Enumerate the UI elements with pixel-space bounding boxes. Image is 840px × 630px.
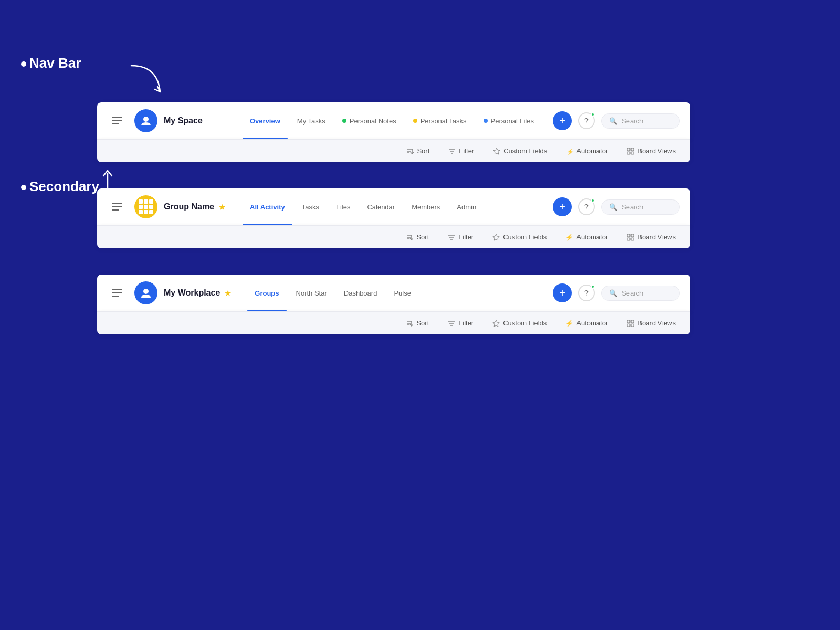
space-title-block-my-space: My Space — [164, 116, 227, 125]
tab-overview[interactable]: Overview — [243, 102, 288, 139]
space-title-block-workplace: My Workplace ★ — [164, 288, 232, 298]
space-title-my-space: My Space — [164, 116, 227, 125]
plus-button-group[interactable]: + — [553, 197, 572, 216]
avatar-my-workplace — [134, 281, 158, 304]
svg-rect-32 — [631, 324, 634, 327]
svg-rect-21 — [631, 238, 634, 240]
navbar-my-space: My Space Overview My Tasks Personal Note… — [97, 102, 690, 162]
svg-rect-10 — [627, 152, 630, 154]
space-title-block-group: Group Name ★ — [164, 202, 227, 212]
search-text-group: Search — [622, 203, 643, 211]
search-bar-group[interactable]: 🔍 Search — [601, 200, 680, 215]
board-views-button-my-space[interactable]: Board Views — [623, 145, 680, 157]
sort-button-group[interactable]: Sort — [402, 231, 433, 243]
annotation-nav-bar: Nav Bar — [21, 55, 81, 71]
help-button-group[interactable]: ? — [578, 198, 595, 215]
nav-right-workplace: + ? 🔍 Search — [553, 284, 680, 302]
filter-button-group[interactable]: Filter — [444, 231, 478, 243]
svg-text:⚡: ⚡ — [566, 148, 573, 155]
sort-button-workplace[interactable]: Sort — [402, 317, 433, 329]
secondary-bar-group: Sort Filter Custom Fields ⚡ Automator — [97, 225, 690, 248]
sort-icon-workplace — [406, 320, 413, 327]
hamburger-menu-workplace[interactable] — [108, 285, 127, 301]
board-views-icon — [627, 148, 634, 155]
tab-my-tasks[interactable]: My Tasks — [290, 102, 333, 139]
filter-button-workplace[interactable]: Filter — [444, 317, 478, 329]
space-title-group: Group Name — [164, 202, 214, 212]
help-button-workplace[interactable]: ? — [578, 285, 595, 301]
svg-rect-11 — [631, 152, 634, 154]
help-dot-my-space — [591, 112, 595, 117]
hamburger-menu-group[interactable] — [108, 199, 127, 215]
star-icon-workplace[interactable]: ★ — [224, 288, 232, 298]
person-icon-workplace — [140, 287, 152, 299]
filter-icon-workplace — [448, 320, 455, 327]
search-icon-group: 🔍 — [609, 203, 617, 211]
automator-button-my-space[interactable]: ⚡ Automator — [562, 145, 612, 157]
star-icon-group[interactable]: ★ — [218, 202, 226, 212]
board-views-button-workplace[interactable]: Board Views — [623, 317, 680, 329]
automator-button-workplace[interactable]: ⚡ Automator — [561, 317, 612, 329]
tab-dashboard[interactable]: Dashboard — [337, 275, 385, 311]
sort-icon-group — [406, 234, 413, 241]
plus-button-my-space[interactable]: + — [553, 111, 572, 130]
navbars-container: My Space Overview My Tasks Personal Note… — [97, 102, 690, 350]
plus-button-workplace[interactable]: + — [553, 284, 572, 302]
tab-groups[interactable]: Groups — [247, 275, 286, 311]
tab-all-activity[interactable]: All Activity — [243, 188, 292, 225]
board-views-button-group[interactable]: Board Views — [623, 231, 680, 243]
tab-north-star[interactable]: North Star — [289, 275, 334, 311]
filter-icon-group — [448, 234, 455, 241]
primary-nav-my-space: My Space Overview My Tasks Personal Note… — [97, 102, 690, 139]
nav-tabs-my-space: Overview My Tasks Personal Notes Persona… — [243, 102, 553, 139]
filter-button-my-space[interactable]: Filter — [444, 145, 478, 157]
person-icon — [140, 115, 152, 127]
space-title-workplace: My Workplace — [164, 288, 220, 298]
search-text-my-space: Search — [622, 117, 643, 125]
title-row-group: Group Name ★ — [164, 202, 227, 212]
secondary-bar-workplace: Sort Filter Custom Fields ⚡ Automator — [97, 311, 690, 334]
automator-button-group[interactable]: ⚡ Automator — [561, 231, 612, 243]
avatar-group-name — [134, 195, 158, 218]
search-icon-workplace: 🔍 — [609, 289, 617, 297]
tab-tasks[interactable]: Tasks — [295, 188, 327, 225]
svg-rect-29 — [627, 320, 630, 323]
tab-personal-files[interactable]: Personal Files — [476, 102, 541, 139]
dot-personal-tasks — [413, 119, 417, 123]
svg-rect-18 — [627, 234, 630, 237]
automator-icon-workplace: ⚡ — [565, 320, 573, 327]
nav-bar-arrow — [126, 60, 168, 97]
tab-calendar[interactable]: Calendar — [360, 188, 402, 225]
svg-rect-30 — [631, 320, 634, 323]
annotation-secondary: Secondary — [21, 178, 99, 195]
tab-personal-tasks[interactable]: Personal Tasks — [406, 102, 474, 139]
custom-fields-button-workplace[interactable]: Custom Fields — [488, 317, 551, 329]
help-button-my-space[interactable]: ? — [578, 112, 595, 129]
automator-icon: ⚡ — [566, 148, 573, 155]
svg-rect-9 — [631, 148, 634, 151]
custom-fields-icon-group — [492, 234, 500, 241]
tab-members[interactable]: Members — [404, 188, 447, 225]
tab-pulse[interactable]: Pulse — [386, 275, 418, 311]
primary-nav-my-workplace: My Workplace ★ Groups North Star Dashboa… — [97, 275, 690, 311]
dot-personal-files — [484, 119, 488, 123]
custom-fields-button-my-space[interactable]: Custom Fields — [489, 145, 551, 157]
sort-button-my-space[interactable]: Sort — [402, 145, 434, 157]
svg-rect-31 — [627, 324, 630, 327]
help-dot-workplace — [591, 285, 595, 289]
tab-personal-notes[interactable]: Personal Notes — [335, 102, 404, 139]
board-views-icon-group — [627, 234, 634, 241]
tab-admin[interactable]: Admin — [449, 188, 484, 225]
navbar-my-workplace: My Workplace ★ Groups North Star Dashboa… — [97, 275, 690, 334]
automator-icon-group: ⚡ — [565, 234, 573, 241]
svg-rect-8 — [627, 148, 630, 151]
tab-files[interactable]: Files — [329, 188, 358, 225]
hamburger-menu[interactable] — [108, 113, 127, 129]
search-bar-workplace[interactable]: 🔍 Search — [601, 286, 680, 301]
grid-icon-group — [136, 197, 155, 216]
avatar-my-space — [134, 109, 158, 132]
custom-fields-button-group[interactable]: Custom Fields — [488, 231, 551, 243]
navbar-group-name: Group Name ★ All Activity Tasks Files Ca… — [97, 188, 690, 248]
search-bar-my-space[interactable]: 🔍 Search — [601, 113, 680, 129]
nav-tabs-workplace: Groups North Star Dashboard Pulse — [247, 275, 553, 311]
